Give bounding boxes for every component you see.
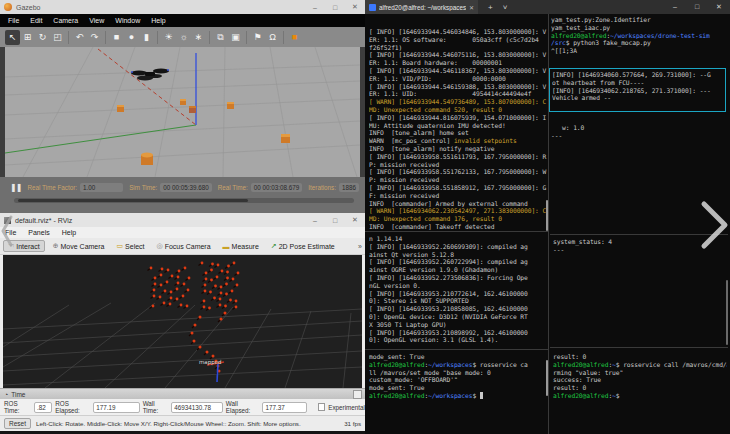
close-icon[interactable]: ✕ bbox=[708, 3, 730, 11]
iterations-value[interactable]: 1886 bbox=[339, 183, 359, 192]
maximize-icon[interactable]: □ bbox=[325, 4, 345, 11]
rviz-menubar: File Panels Help bbox=[0, 227, 365, 238]
select-tool-icon[interactable]: ↖ bbox=[5, 30, 20, 45]
rtf-value[interactable]: 1.00 bbox=[80, 183, 123, 192]
wall-time-field[interactable]: 46934130.78 bbox=[171, 402, 223, 413]
prev-chevron-overlay[interactable] bbox=[0, 214, 14, 252]
terminal-pane-arming[interactable]: result: 0alfred20@alfred:~$ rosservice c… bbox=[553, 353, 727, 431]
ros-time-field[interactable]: .82 bbox=[34, 402, 52, 413]
terminal-tab-icon bbox=[369, 4, 376, 11]
move-camera-tool[interactable]: ⊕Move Camera bbox=[49, 241, 109, 251]
translate-tool-icon[interactable]: ⊞ bbox=[20, 30, 35, 45]
toolbar-overflow-icon[interactable]: » bbox=[358, 243, 365, 250]
pose-estimate-tool[interactable]: ↗2D Pose Estimate bbox=[267, 241, 339, 251]
experimental-checkbox[interactable] bbox=[318, 403, 325, 411]
reset-button[interactable]: Reset bbox=[4, 418, 31, 429]
copy-icon[interactable]: ⧉ bbox=[213, 30, 228, 45]
experimental-label: Experimental bbox=[328, 404, 365, 411]
scrollbar-thumb[interactable] bbox=[546, 200, 548, 231]
pause-icon[interactable]: ❚❚ bbox=[10, 183, 21, 192]
gazebo-menubar: File Edit Camera View Window Help bbox=[0, 14, 365, 27]
rviz-titlebar[interactable]: default.rviz* - RViz – □ ✕ bbox=[0, 213, 365, 227]
close-icon[interactable]: ✕ bbox=[345, 3, 365, 11]
select-tool[interactable]: ▭Select bbox=[112, 241, 148, 251]
ros-elapsed-field[interactable]: 177.19 bbox=[93, 402, 139, 413]
chevron-right-icon bbox=[698, 200, 730, 250]
insert-cylinder-icon[interactable]: ▮ bbox=[139, 30, 154, 45]
minimize-icon[interactable]: – bbox=[664, 3, 686, 11]
terminal-tab-title: alfred20@alfred: ~/workspaces bbox=[379, 4, 466, 11]
terminal-pane-topic-echo[interactable]: w: 1.0--- bbox=[551, 124, 727, 144]
terminal-pane-mavros-log[interactable]: [ INFO] [1646933944.546034846, 153.80300… bbox=[369, 28, 548, 232]
gazebo-window: Gazebo – □ ✕ File Edit Camera View Windo… bbox=[0, 0, 365, 213]
minimize-icon[interactable]: – bbox=[305, 217, 325, 224]
scrollbar-thumb[interactable] bbox=[546, 360, 548, 396]
paste-icon[interactable]: ▣ bbox=[228, 30, 243, 45]
gazebo-horizontal-scrollbar[interactable] bbox=[14, 198, 354, 203]
close-icon[interactable]: ✕ bbox=[345, 216, 365, 224]
scrollbar-thumb[interactable] bbox=[726, 280, 728, 345]
ros-time-label: ROS Time: bbox=[4, 400, 31, 414]
align-icon[interactable]: ⚑ bbox=[250, 30, 265, 45]
terminal-pane-heartbeat[interactable]: [INFO] [1646934060.577664, 269.731000]: … bbox=[552, 71, 725, 102]
gazebo-logo-icon bbox=[4, 3, 12, 11]
redo-icon[interactable]: ↷ bbox=[87, 30, 102, 45]
gazebo-menu-file[interactable]: File bbox=[8, 17, 19, 24]
sim-time-value[interactable]: 00 00:05:39.680 bbox=[160, 183, 212, 192]
minimize-icon[interactable]: – bbox=[305, 4, 325, 11]
focus-icon: ◎ bbox=[157, 242, 163, 250]
gazebo-titlebar[interactable]: Gazebo – □ ✕ bbox=[0, 0, 365, 14]
insert-sphere-icon[interactable]: ● bbox=[124, 30, 139, 45]
insert-box-icon[interactable]: ■ bbox=[109, 30, 124, 45]
real-time-value[interactable]: 00 00:03:08.679 bbox=[251, 183, 303, 192]
wall-elapsed-label: Wall Elapsed: bbox=[226, 400, 260, 414]
gazebo-menu-edit[interactable]: Edit bbox=[30, 17, 42, 24]
spot-light-icon[interactable]: ☼ bbox=[176, 30, 191, 45]
gazebo-menu-camera[interactable]: Camera bbox=[53, 17, 78, 24]
tab-dropdown-icon[interactable]: ˅ bbox=[503, 3, 508, 12]
rviz-menu-panels[interactable]: Panels bbox=[28, 229, 49, 236]
scale-tool-icon[interactable]: ◰ bbox=[50, 30, 65, 45]
terminal-pane-rviz-log[interactable]: n 1.14.14[ INFO] [1646933952.260699309]:… bbox=[369, 235, 548, 347]
point-light-icon[interactable]: ☀ bbox=[161, 30, 176, 45]
maximize-icon[interactable]: □ bbox=[686, 3, 708, 11]
move-camera-icon: ⊕ bbox=[53, 242, 59, 250]
insert-model-icon[interactable]: ■ bbox=[287, 30, 302, 45]
tab-close-icon[interactable]: ✕ bbox=[469, 4, 474, 11]
fps-counter: 31 fps bbox=[344, 420, 361, 427]
time-panel-title: Time bbox=[11, 391, 25, 398]
rviz-menu-help[interactable]: Help bbox=[62, 229, 76, 236]
measure-tool[interactable]: ▬Measure bbox=[219, 242, 263, 251]
wall-time-label: Wall Time: bbox=[143, 400, 169, 414]
gazebo-menu-view[interactable]: View bbox=[89, 17, 104, 24]
terminal-pane-set-mode[interactable]: mode_sent: Truealfred20@alfred:~/workspa… bbox=[369, 353, 548, 413]
chevron-left-icon bbox=[0, 214, 14, 248]
gazebo-3d-viewport[interactable] bbox=[0, 47, 365, 177]
new-tab-icon[interactable]: + bbox=[488, 3, 493, 12]
terminal-titlebar[interactable]: alfred20@alfred: ~/workspaces ✕ + ˅ – □ … bbox=[365, 0, 730, 14]
ros-elapsed-label: ROS Elapsed: bbox=[55, 400, 90, 414]
pose-arrow-icon: ↗ bbox=[271, 242, 277, 250]
tmux-horizontal-divider[interactable] bbox=[550, 347, 728, 348]
rviz-3d-viewport[interactable]: mapped bbox=[3, 255, 362, 388]
gazebo-menu-window[interactable]: Window bbox=[115, 17, 140, 24]
terminal-window: alfred20@alfred: ~/workspaces ✕ + ˅ – □ … bbox=[365, 0, 730, 434]
tmux-horizontal-divider[interactable] bbox=[365, 231, 548, 232]
rotate-tool-icon[interactable]: ↻ bbox=[35, 30, 50, 45]
directional-light-icon[interactable]: ∗ bbox=[191, 30, 206, 45]
maximize-icon[interactable]: □ bbox=[325, 217, 345, 224]
wall-elapsed-field[interactable]: 177.37 bbox=[262, 402, 307, 413]
focus-camera-tool[interactable]: ◎Focus Camera bbox=[153, 241, 215, 251]
real-time-label: Real Time: bbox=[218, 184, 248, 191]
undo-icon[interactable]: ↶ bbox=[72, 30, 87, 45]
panel-detach-icon[interactable] bbox=[353, 390, 362, 399]
terminal-tab[interactable]: alfred20@alfred: ~/workspaces ✕ bbox=[365, 0, 478, 14]
next-chevron-overlay[interactable] bbox=[698, 200, 730, 254]
gazebo-menu-help[interactable]: Help bbox=[151, 17, 165, 24]
gazebo-window-title: Gazebo bbox=[16, 4, 41, 11]
tmux-horizontal-divider[interactable] bbox=[365, 349, 548, 350]
snap-icon[interactable]: Ω bbox=[265, 30, 280, 45]
select-box-icon: ▭ bbox=[116, 242, 123, 250]
terminal-pane-fake-mocap[interactable]: yam_test.py:Zone.Identifieryam_test_iaac… bbox=[551, 16, 727, 58]
gazebo-statusbar: ❚❚ Real Time Factor: 1.00 Sim Time: 00 0… bbox=[0, 177, 365, 197]
